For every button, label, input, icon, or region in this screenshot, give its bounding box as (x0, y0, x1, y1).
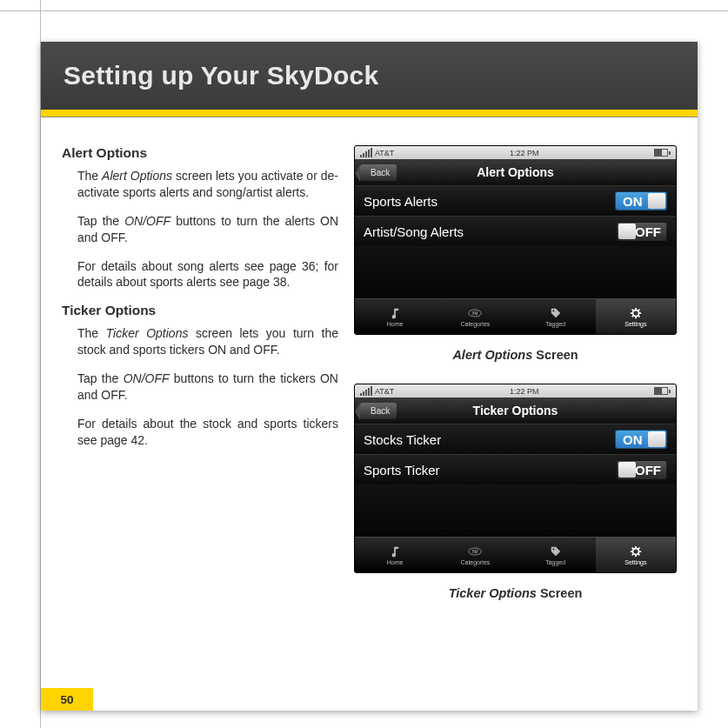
caption-alert: Alert Options Screen (354, 347, 677, 363)
nav-title: Alert Options (355, 165, 676, 179)
tab-categories[interactable]: XMCategories (435, 299, 515, 334)
page-header: Setting up Your SkyDock (41, 42, 698, 110)
screenshot-alert-options: AT&T 1:22 PM Back Alert Options Sports A… (354, 145, 677, 335)
toggle-knob (648, 431, 665, 447)
nav-bar: Back Ticker Options (355, 397, 676, 424)
tab-settings[interactable]: Settings (596, 538, 676, 572)
tab-bar: Home XMCategories Tagged Settings (355, 298, 676, 334)
list-row-stocks-ticker: Stocks Ticker ON (355, 424, 676, 454)
gear-icon (629, 545, 643, 558)
tab-home[interactable]: Home (355, 299, 435, 334)
tab-tagged[interactable]: Tagged (516, 299, 596, 334)
text-column: Alert Options The Alert Options screen l… (62, 145, 338, 622)
page-title: Setting up Your SkyDock (63, 61, 675, 90)
alert-para-3: For details about song alerts see page 3… (77, 258, 338, 291)
tab-settings[interactable]: Settings (596, 299, 676, 334)
back-button[interactable]: Back (360, 164, 397, 181)
row-label: Artist/Song Alerts (364, 224, 464, 239)
row-label: Sports Alerts (364, 194, 437, 209)
tab-bar: Home XMCategories Tagged Settings (355, 537, 676, 572)
toggle-on[interactable]: ON (615, 191, 667, 210)
alert-para-1: The Alert Options screen lets you activa… (77, 168, 338, 201)
music-note-icon (388, 307, 402, 319)
screenshot-ticker-options: AT&T 1:22 PM Back Ticker Options Stocks … (354, 384, 677, 573)
ticker-para-3: For details about the stock and sports t… (77, 416, 338, 449)
svg-text:XM: XM (472, 550, 478, 554)
list-row-artist-song-alerts: Artist/Song Alerts OFF (355, 216, 676, 246)
svg-point-3 (632, 310, 638, 316)
status-bar: AT&T 1:22 PM (355, 146, 676, 159)
yellow-divider (41, 110, 698, 117)
alert-para-2: Tap the ON/OFF buttons to turn the alert… (77, 213, 338, 246)
content-card: Setting up Your SkyDock Alert Options Th… (41, 42, 698, 711)
row-label: Stocks Ticker (364, 432, 441, 447)
tab-tagged[interactable]: Tagged (516, 538, 596, 572)
clock-label: 1:22 PM (510, 149, 539, 157)
svg-point-7 (632, 548, 638, 554)
battery-icon (654, 387, 671, 395)
screenshot-column: AT&T 1:22 PM Back Alert Options Sports A… (354, 145, 677, 622)
nav-bar: Back Alert Options (355, 159, 676, 185)
svg-text:XM: XM (472, 311, 478, 316)
back-button[interactable]: Back (360, 403, 397, 419)
ticker-para-2: Tap the ON/OFF buttons to turn the ticke… (77, 371, 338, 404)
svg-point-2 (552, 310, 554, 311)
row-label: Sports Ticker (364, 463, 440, 478)
toggle-knob (648, 193, 665, 209)
tab-home[interactable]: Home (355, 538, 435, 572)
list-row-sports-ticker: Sports Ticker OFF (355, 454, 676, 484)
toggle-off[interactable]: OFF (617, 460, 667, 479)
tag-icon (549, 545, 563, 558)
status-bar: AT&T 1:22 PM (355, 384, 676, 397)
toggle-on[interactable]: ON (615, 430, 667, 449)
music-note-icon (388, 545, 402, 558)
ticker-para-1: The Ticker Options screen lets you turn … (77, 325, 338, 358)
xm-logo-icon: XM (468, 307, 482, 319)
carrier-label: AT&T (375, 387, 394, 396)
empty-area (355, 484, 676, 537)
gear-icon (629, 307, 643, 319)
toggle-off[interactable]: OFF (617, 222, 667, 241)
caption-ticker: Ticker Options Screen (354, 585, 677, 601)
toggle-knob (618, 224, 636, 239)
nav-title: Ticker Options (355, 404, 676, 417)
manual-page: Setting up Your SkyDock Alert Options Th… (0, 0, 728, 728)
section-heading-ticker: Ticker Options (62, 303, 338, 318)
battery-icon (654, 149, 671, 157)
tab-categories[interactable]: XMCategories (435, 538, 515, 572)
empty-area (355, 246, 676, 298)
content-columns: Alert Options The Alert Options screen l… (41, 117, 698, 639)
carrier-label: AT&T (375, 149, 394, 157)
signal-icon (360, 386, 372, 396)
signal-icon (360, 148, 372, 157)
clock-label: 1:22 PM (510, 387, 539, 396)
toggle-knob (618, 462, 636, 478)
section-heading-alert: Alert Options (62, 145, 338, 161)
svg-point-6 (552, 548, 554, 550)
xm-logo-icon: XM (468, 545, 482, 558)
tag-icon (549, 307, 563, 319)
page-number: 50 (41, 688, 93, 711)
list-row-sports-alerts: Sports Alerts ON (355, 185, 676, 216)
horizontal-rule (0, 10, 728, 11)
